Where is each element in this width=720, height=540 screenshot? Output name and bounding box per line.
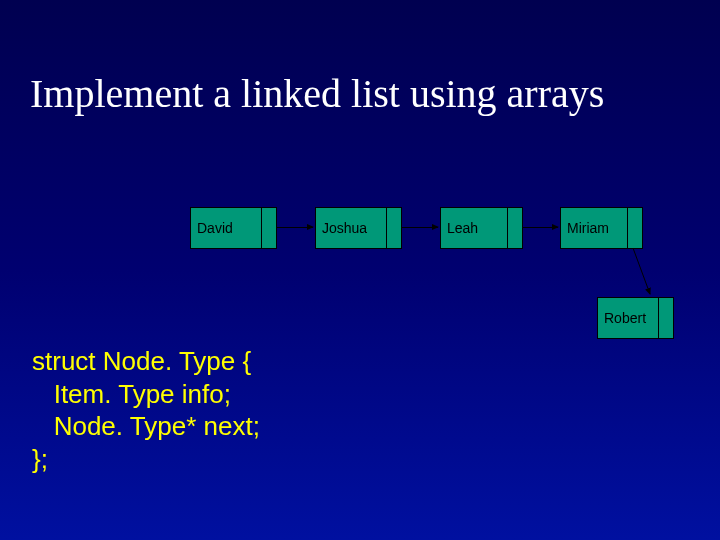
code-line: }; [32, 444, 48, 474]
node-leah: Leah [440, 207, 523, 249]
node-label: Robert [598, 298, 658, 338]
code-block: struct Node. Type { Item. Type info; Nod… [32, 345, 260, 475]
code-line: Item. Type info; [32, 379, 231, 409]
node-pointer-icon [386, 208, 401, 248]
node-robert: Robert [597, 297, 674, 339]
svg-line-0 [633, 248, 650, 294]
arrow-icon [401, 227, 438, 228]
node-pointer-icon [627, 208, 642, 248]
node-label: Joshua [316, 208, 386, 248]
code-line: struct Node. Type { [32, 346, 251, 376]
arrow-icon [630, 246, 680, 301]
arrow-icon [522, 227, 558, 228]
node-pointer-icon [261, 208, 276, 248]
code-line: Node. Type* next; [32, 411, 260, 441]
node-label: Leah [441, 208, 507, 248]
node-pointer-icon [507, 208, 522, 248]
node-label: Miriam [561, 208, 627, 248]
node-label: David [191, 208, 261, 248]
node-miriam: Miriam [560, 207, 643, 249]
node-joshua: Joshua [315, 207, 402, 249]
page-title: Implement a linked list using arrays [30, 70, 604, 117]
node-david: David [190, 207, 277, 249]
node-pointer-icon [658, 298, 673, 338]
arrow-icon [276, 227, 313, 228]
